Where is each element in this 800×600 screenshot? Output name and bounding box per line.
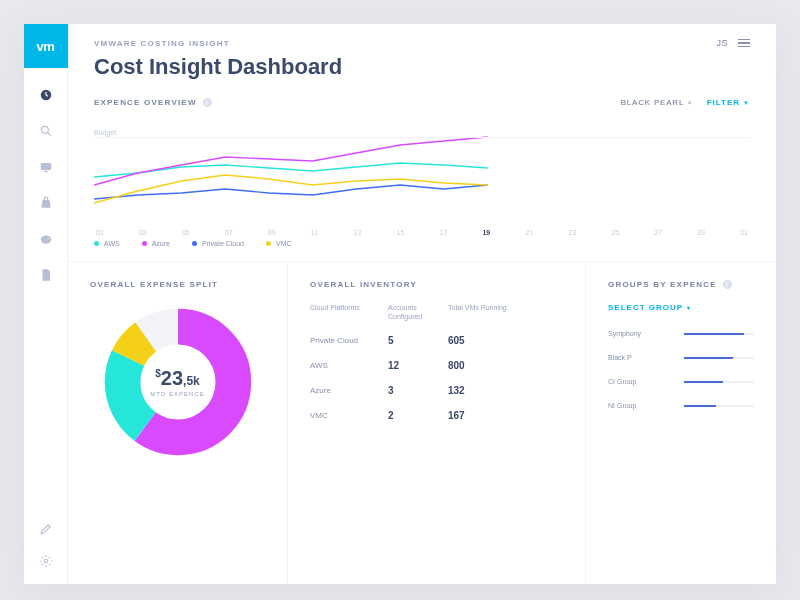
legend-item: Azure — [142, 240, 170, 247]
table-header: Cloud Platforms Accounts Configured Tota… — [310, 303, 563, 321]
svg-point-5 — [44, 559, 48, 563]
bar — [684, 405, 754, 407]
user-initials[interactable]: JS — [716, 38, 728, 48]
filter-chip: BLACK PEARL× — [621, 98, 693, 107]
x-tick: 03 — [139, 229, 147, 236]
table-row: AWS12800 — [310, 360, 563, 371]
x-tick: 31 — [740, 229, 748, 236]
bar — [684, 381, 754, 383]
legend-item: Private Cloud — [192, 240, 244, 247]
table-row: VMC2167 — [310, 410, 563, 421]
svg-point-3 — [40, 236, 51, 244]
select-group-button[interactable]: SELECT GROUP▾ — [608, 303, 754, 312]
main: VMWARE COSTING INSIGHT JS Cost Insight D… — [68, 24, 776, 584]
filter-button[interactable]: FILTER▼ — [707, 98, 750, 107]
donut-chart: $23,5k MTD EXPENCE — [103, 307, 253, 457]
nav — [39, 88, 53, 522]
menu-icon[interactable] — [738, 39, 750, 48]
chat-icon[interactable] — [39, 160, 53, 174]
groups-panel: GROUPS BY EXPENCEi SELECT GROUP▾ Symphon… — [586, 262, 776, 584]
x-tick: 19 — [482, 229, 490, 236]
x-tick: 01 — [96, 229, 104, 236]
svg-point-4 — [47, 238, 48, 239]
x-tick: 11 — [311, 229, 319, 236]
side-rail: vm — [24, 24, 68, 584]
line-chart: Budget 01030507091113151719212325272931 — [94, 115, 750, 230]
group-row: Symphony — [608, 330, 754, 337]
x-tick: 27 — [654, 229, 662, 236]
split-title: OVERALL EXPENSE SPLIT — [90, 280, 265, 289]
expense-split-panel: OVERALL EXPENSE SPLIT $23,5k MTD EXPENCE — [68, 262, 288, 584]
donut-label: MTD EXPENCE — [150, 391, 204, 397]
table-row: Azure3132 — [310, 385, 563, 396]
bar — [684, 333, 754, 335]
x-tick: 07 — [225, 229, 233, 236]
x-axis: 01030507091113151719212325272931 — [94, 229, 750, 236]
x-tick: 23 — [568, 229, 576, 236]
x-tick: 15 — [397, 229, 405, 236]
x-tick: 25 — [611, 229, 619, 236]
groups-title: GROUPS BY EXPENCEi — [608, 280, 754, 289]
inventory-panel: OVERALL INVENTORY Cloud Platforms Accoun… — [288, 262, 586, 584]
piggy-icon[interactable] — [39, 232, 53, 246]
overview-title: EXPENCE OVERVIEWi — [94, 98, 212, 107]
legend-item: AWS — [94, 240, 120, 247]
edit-icon[interactable] — [39, 522, 53, 536]
svg-point-1 — [41, 126, 48, 133]
x-tick: 13 — [354, 229, 362, 236]
x-tick: 29 — [697, 229, 705, 236]
columns: OVERALL EXPENSE SPLIT $23,5k MTD EXPENCE… — [68, 262, 776, 584]
legend: AWSAzurePrivate CloudVMC — [94, 240, 750, 247]
info-icon[interactable]: i — [723, 280, 732, 289]
donut-value: $23,5k — [155, 367, 200, 390]
group-row: CI Group — [608, 378, 754, 385]
x-tick: 21 — [525, 229, 533, 236]
breadcrumb: VMWARE COSTING INSIGHT — [94, 39, 230, 48]
topbar: VMWARE COSTING INSIGHT JS — [68, 24, 776, 48]
table-row: Private Cloud5605 — [310, 335, 563, 346]
legend-item: VMC — [266, 240, 292, 247]
budget-line — [94, 137, 750, 138]
x-tick: 09 — [268, 229, 276, 236]
info-icon[interactable]: i — [203, 98, 212, 107]
logo: vm — [24, 24, 68, 68]
remove-chip-icon[interactable]: × — [687, 98, 692, 107]
group-row: NI Group — [608, 402, 754, 409]
expense-overview: EXPENCE OVERVIEWi BLACK PEARL× FILTER▼ B… — [68, 98, 776, 262]
bar — [684, 357, 754, 359]
file-icon[interactable] — [39, 268, 53, 282]
page-title: Cost Insight Dashboard — [68, 48, 776, 98]
bag-icon[interactable] — [39, 196, 53, 210]
search-icon[interactable] — [39, 124, 53, 138]
x-tick: 05 — [182, 229, 190, 236]
inventory-title: OVERALL INVENTORY — [310, 280, 563, 289]
group-row: Black P — [608, 354, 754, 361]
gear-icon[interactable] — [39, 554, 53, 568]
svg-rect-2 — [40, 163, 51, 170]
x-tick: 17 — [440, 229, 448, 236]
app-window: vm VMWARE COSTING INSIGHT JS Cost Insigh… — [24, 24, 776, 584]
dashboard-icon[interactable] — [39, 88, 53, 102]
budget-label: Budget — [94, 129, 116, 136]
